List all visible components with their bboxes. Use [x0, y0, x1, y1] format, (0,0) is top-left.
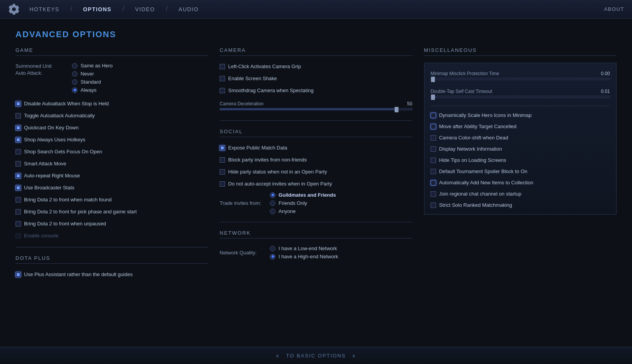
check-hide-tips[interactable]: Hide Tips on Loading Screens	[431, 156, 610, 164]
doubletap-track[interactable]	[431, 96, 610, 98]
radio-high-end-btn[interactable]	[270, 254, 275, 259]
radio-low-end[interactable]: I have a Low-end Network	[270, 246, 338, 251]
about-button[interactable]: ABOUT	[604, 6, 624, 12]
checkbox-enable-console[interactable]	[15, 233, 21, 239]
check-strict-solo[interactable]: Strict Solo Ranked Matchmaking	[431, 201, 610, 209]
check-shop-search[interactable]: Shop Search Gets Focus On Open	[15, 148, 208, 155]
minimap-label: Minimap Misclick Protection Time	[431, 71, 499, 76]
check-expose-match-data[interactable]: Expose Public Match Data	[220, 144, 412, 151]
checkbox-shop-hotkeys[interactable]	[15, 137, 21, 143]
nav-hotkeys[interactable]: HOTKEYS	[26, 5, 62, 14]
radio-anyone[interactable]: Anyone	[270, 208, 336, 214]
radio-guildmates[interactable]: Guildmates and Friends	[270, 192, 336, 198]
check-block-party[interactable]: Block party invites from non-friends	[220, 156, 412, 163]
check-quickcast[interactable]: Quickcast On Key Down	[15, 124, 208, 131]
check-smart-attack[interactable]: Smart Attack Move	[15, 160, 208, 167]
check-camera-colorshift[interactable]: Camera Color-shift when Dead	[431, 134, 610, 141]
checkbox-shop-search[interactable]	[15, 149, 21, 155]
checkbox-disable-autoattack[interactable]	[15, 101, 21, 106]
checkbox-block-party[interactable]	[220, 157, 225, 163]
radio-standard-btn[interactable]	[72, 79, 77, 85]
check-screen-shake[interactable]: Enable Screen Shake	[220, 75, 412, 82]
check-auto-add-items[interactable]: Automatically Add New Items to Collectio…	[431, 179, 610, 186]
check-bring-match[interactable]: Bring Dota 2 to front when match found	[15, 196, 208, 203]
minimap-track[interactable]	[431, 78, 610, 80]
radio-high-end[interactable]: I have a High-end Network	[270, 254, 338, 259]
check-tournament-spoiler[interactable]: Default Tournament Spoiler Block to On	[431, 168, 610, 175]
checkbox-plus-assistant[interactable]	[15, 272, 21, 277]
radio-friends-only-btn[interactable]	[270, 201, 275, 206]
nav-video[interactable]: VIDEO	[132, 5, 158, 14]
radio-friends-only[interactable]: Friends Only	[270, 200, 336, 206]
check-hide-party-status[interactable]: Hide party status when not in an Open Pa…	[220, 168, 412, 175]
radio-same-as-hero-btn[interactable]	[72, 63, 77, 69]
doubletap-thumb[interactable]	[431, 94, 435, 100]
checkbox-hide-party-status[interactable]	[220, 169, 225, 175]
check-camera-colorshift-label: Camera Color-shift when Dead	[439, 135, 508, 141]
check-plus-assistant[interactable]: Use Plus Assistant rather than the defau…	[15, 271, 208, 278]
camera-section-title: CAMERA	[220, 47, 412, 56]
check-smoothdrag[interactable]: Smoothdrag Camera when Spectating	[220, 87, 412, 94]
radio-never[interactable]: Never	[72, 71, 113, 77]
check-dynamically-scale[interactable]: Dynamically Scale Hero Icons in Minimap	[431, 112, 610, 119]
checkbox-dynamically-scale[interactable]	[431, 113, 436, 118]
checkbox-bring-unpaused[interactable]	[15, 221, 21, 227]
check-move-after-ability[interactable]: Move after Ability Target Cancelled	[431, 123, 610, 130]
checkbox-camera-colorshift[interactable]	[431, 135, 436, 141]
check-bring-pick[interactable]: Bring Dota 2 to front for pick phase and…	[15, 208, 208, 215]
check-regional-chat[interactable]: Join regional chat channel on startup	[431, 190, 610, 197]
checkbox-toggle-autoattack[interactable]	[15, 113, 21, 118]
gear-icon	[8, 3, 20, 15]
checkbox-screen-shake[interactable]	[220, 76, 225, 81]
social-section-title: SOCIAL	[220, 129, 412, 137]
bottom-bar[interactable]: ∧ TO BASIC OPTIONS ∧	[0, 347, 632, 364]
checkbox-no-auto-accept[interactable]	[220, 181, 225, 187]
radio-always[interactable]: Always	[72, 87, 113, 93]
camera-deceleration-thumb[interactable]	[395, 107, 398, 112]
check-quickcast-label: Quickcast On Key Down	[24, 125, 79, 130]
game-section-title: GAME	[15, 47, 208, 56]
check-display-network[interactable]: Display Network Information	[431, 145, 610, 153]
check-enable-console[interactable]: Enable console	[15, 232, 208, 239]
nav-audio[interactable]: AUDIO	[175, 5, 202, 14]
checkbox-auto-add-items[interactable]	[431, 180, 436, 185]
radio-standard[interactable]: Standard	[72, 79, 113, 85]
radio-always-btn[interactable]	[72, 88, 77, 93]
doubletap-label: Double-Tap Self Cast Timeout	[431, 89, 492, 94]
checkbox-display-network[interactable]	[431, 146, 436, 152]
check-bring-unpaused[interactable]: Bring Dota 2 to front when unpaused	[15, 220, 208, 227]
main-content: ADVANCED OPTIONS GAME Summoned UnitAuto …	[0, 19, 632, 347]
radio-same-as-hero[interactable]: Same as Hero	[72, 63, 113, 69]
checkbox-smoothdrag[interactable]	[220, 88, 225, 93]
radio-low-end-btn[interactable]	[270, 246, 275, 251]
check-toggle-autoattack[interactable]: Toggle Autoattack Automatically	[15, 112, 208, 119]
nav-options[interactable]: OPTIONS	[80, 5, 115, 14]
checkbox-smart-attack[interactable]	[15, 161, 21, 167]
checkbox-move-after-ability[interactable]	[431, 124, 436, 129]
checkbox-quickcast[interactable]	[15, 125, 21, 130]
checkbox-strict-solo[interactable]	[431, 203, 436, 208]
checkbox-broadcaster-stats[interactable]	[15, 185, 21, 191]
checkbox-hide-tips[interactable]	[431, 158, 436, 163]
checkbox-tournament-spoiler[interactable]	[431, 169, 436, 174]
dota-plus-section-title: DOTA PLUS	[15, 255, 208, 264]
check-broadcaster-stats[interactable]: Use Broadcaster Stats	[15, 184, 208, 191]
trade-radio-group: Guildmates and Friends Friends Only Anyo…	[270, 192, 336, 214]
check-shop-hotkeys[interactable]: Shop Always Uses Hotkeys	[15, 136, 208, 143]
minimap-thumb[interactable]	[431, 77, 435, 82]
checkbox-auto-repeat-mouse[interactable]	[15, 173, 21, 179]
check-auto-repeat-mouse[interactable]: Auto-repeat Right Mouse	[15, 172, 208, 179]
checkbox-left-click-camera[interactable]	[220, 64, 225, 69]
checkbox-expose-match-data[interactable]	[220, 145, 225, 151]
checkbox-bring-match[interactable]	[15, 197, 21, 203]
radio-guildmates-btn[interactable]	[270, 192, 275, 198]
check-disable-autoattack[interactable]: Disable Autoattack When Stop is Held	[15, 100, 208, 107]
camera-deceleration-track[interactable]	[220, 108, 412, 110]
check-no-auto-accept[interactable]: Do not auto-accept invites when in Open …	[220, 180, 412, 187]
radio-anyone-btn[interactable]	[270, 209, 275, 214]
radio-never-btn[interactable]	[72, 71, 77, 77]
checkbox-bring-pick[interactable]	[15, 209, 21, 215]
check-regional-chat-label: Join regional chat channel on startup	[439, 191, 521, 197]
checkbox-regional-chat[interactable]	[431, 191, 436, 197]
check-left-click-camera[interactable]: Left-Click Activates Camera Grip	[220, 63, 412, 70]
